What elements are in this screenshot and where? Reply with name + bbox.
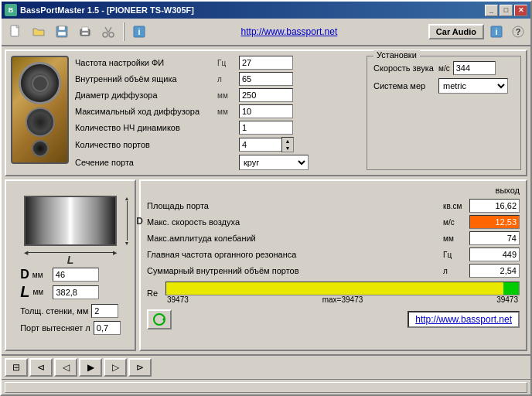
param-row-1: Внутренний объём ящика л bbox=[75, 72, 360, 86]
toolbar-sep-1 bbox=[123, 22, 124, 41]
param-label-6: Сечение порта bbox=[75, 157, 214, 168]
result-row-1: Макс. скорость воздуха м/с 12,53 bbox=[147, 215, 520, 229]
ustanovki-panel: Установки Скорость звука м/с Система мер… bbox=[367, 56, 521, 170]
re-bar-yellow bbox=[166, 282, 503, 295]
param-row-5: Количество портов ▲ ▼ bbox=[75, 137, 360, 152]
svg-point-7 bbox=[103, 32, 107, 37]
re-bar-green bbox=[503, 282, 519, 295]
param-label-4: Количество НЧ динамиков bbox=[75, 122, 214, 133]
results-bottom-bar: http://www.bassport.net bbox=[147, 309, 520, 329]
param-label-0: Частота настройки ФИ bbox=[75, 57, 214, 68]
l-row: L мм bbox=[20, 283, 121, 301]
port-displaces-input[interactable] bbox=[94, 321, 121, 335]
bottom-panel: ▲ ▼ D ◀ ▶ L D мм bbox=[5, 179, 527, 351]
port-rect bbox=[24, 196, 117, 246]
svg-point-8 bbox=[109, 32, 114, 37]
ports-input[interactable] bbox=[239, 138, 281, 152]
speed-unit: м/с bbox=[438, 64, 450, 73]
nav-btn-4[interactable]: ▷ bbox=[104, 358, 127, 377]
nav-btn-5[interactable]: ⊳ bbox=[128, 358, 152, 377]
car-audio-button[interactable]: Car Audio bbox=[428, 24, 484, 39]
svg-marker-15 bbox=[162, 317, 165, 322]
l-letter: L bbox=[20, 283, 29, 301]
result-label-3: Главная частота органного резонанса bbox=[147, 250, 440, 259]
svg-rect-6 bbox=[82, 32, 88, 35]
open-button[interactable] bbox=[28, 22, 49, 42]
print-button[interactable] bbox=[74, 22, 96, 42]
about-btn[interactable]: ? bbox=[509, 22, 527, 41]
param-input-1[interactable] bbox=[239, 72, 293, 86]
port-diagram: ▲ ▼ D ◀ ▶ L D мм bbox=[5, 179, 136, 351]
wall-label: Толщ. стенки, мм bbox=[20, 306, 88, 316]
system-select[interactable]: metric imperial bbox=[438, 78, 508, 94]
info-btn-2[interactable]: i bbox=[487, 22, 506, 41]
l-input[interactable] bbox=[53, 285, 99, 299]
system-label: Система мер bbox=[373, 81, 435, 90]
speed-row: Скорость звука м/с bbox=[373, 61, 514, 75]
refresh-button[interactable] bbox=[147, 309, 172, 329]
title-bar: B BassPortMaster 1.5 - [PIONEER TS-W305F… bbox=[2, 2, 530, 19]
param-unit-1: л bbox=[217, 75, 236, 84]
result-unit-2: мм bbox=[443, 234, 466, 243]
svg-text:i: i bbox=[495, 27, 497, 36]
diagram-container: ▲ ▼ D ◀ ▶ L bbox=[24, 196, 117, 246]
main-window: B BassPortMaster 1.5 - [PIONEER TS-W305F… bbox=[0, 0, 532, 396]
svg-rect-3 bbox=[58, 32, 66, 36]
help-button[interactable]: i bbox=[128, 22, 150, 42]
result-unit-0: кв.см bbox=[443, 202, 466, 210]
save-button[interactable] bbox=[51, 22, 73, 42]
content: Частота настройки ФИ Гц Внутренний объём… bbox=[2, 46, 530, 379]
d-dimension-line: ▲ ▼ bbox=[121, 196, 132, 246]
port-shape-select[interactable]: круг прямоугольник bbox=[239, 155, 309, 170]
result-label-1: Макс. скорость воздуха bbox=[147, 217, 440, 227]
status-bar bbox=[2, 379, 530, 394]
result-value-2: 74 bbox=[469, 231, 520, 245]
nav-btn-1[interactable]: ⊲ bbox=[29, 358, 53, 377]
app-icon: B bbox=[5, 4, 17, 16]
nav-btn-0[interactable]: ⊟ bbox=[5, 358, 28, 377]
speed-input[interactable] bbox=[453, 61, 496, 75]
spinner-down[interactable]: ▼ bbox=[282, 145, 293, 152]
param-row-4: Количество НЧ динамиков bbox=[75, 121, 360, 135]
result-row-4: Суммарный внутренний объём портов л 2,54 bbox=[147, 264, 520, 278]
svg-text:i: i bbox=[138, 27, 140, 36]
bottom-nav: ⊟ ⊲ ◁ ▶ ▷ ⊳ bbox=[2, 354, 530, 379]
minimize-button[interactable]: _ bbox=[485, 5, 498, 16]
port-displaces-label: Порт вытесняет л bbox=[20, 323, 90, 333]
param-input-0[interactable] bbox=[239, 56, 293, 70]
close-button[interactable]: ✕ bbox=[514, 5, 527, 16]
maximize-button[interactable]: □ bbox=[500, 5, 513, 16]
wall-input[interactable] bbox=[91, 304, 118, 318]
speed-label: Скорость звука bbox=[373, 63, 435, 73]
new-button[interactable] bbox=[5, 22, 26, 42]
param-row-6: Сечение порта круг прямоугольник bbox=[75, 155, 360, 170]
d-label-text: D bbox=[136, 216, 143, 227]
bottom-url[interactable]: http://www.bassport.net bbox=[408, 311, 520, 328]
param-input-2[interactable] bbox=[239, 88, 293, 102]
result-row-2: Макс.амплитуда колебаний мм 74 bbox=[147, 231, 520, 245]
param-label-2: Диаметр диффузора bbox=[75, 90, 214, 101]
re-left-value: 39473 bbox=[167, 295, 189, 304]
nav-btn-2[interactable]: ◁ bbox=[54, 358, 77, 377]
param-input-3[interactable] bbox=[239, 104, 293, 118]
l-label-text: L bbox=[67, 254, 74, 266]
svg-rect-2 bbox=[59, 26, 65, 30]
param-input-4[interactable] bbox=[239, 121, 293, 135]
toolbar: i http://www.bassport.net Car Audio i ? bbox=[2, 19, 530, 46]
result-value-1: 12,53 bbox=[469, 215, 520, 229]
cut-button[interactable] bbox=[97, 22, 119, 42]
param-row-2: Диаметр диффузора мм bbox=[75, 88, 360, 102]
svg-text:?: ? bbox=[516, 27, 521, 36]
nav-btn-3[interactable]: ▶ bbox=[79, 358, 102, 377]
d-letter: D bbox=[20, 268, 29, 282]
title-bar-left: B BassPortMaster 1.5 - [PIONEER TS-W305F… bbox=[5, 4, 194, 16]
ustanovki-legend: Установки bbox=[373, 50, 420, 60]
top-panel: Частота настройки ФИ Гц Внутренний объём… bbox=[5, 50, 527, 176]
speaker-tweeter bbox=[32, 140, 49, 157]
d-input[interactable] bbox=[53, 268, 99, 282]
toolbar-url[interactable]: http://www.bassport.net bbox=[152, 26, 427, 37]
spinner-up[interactable]: ▲ bbox=[282, 138, 293, 145]
re-bar-wrapper: 39473 max=39473 39473 bbox=[165, 282, 520, 304]
result-row-3: Главная частота органного резонанса Гц 4… bbox=[147, 248, 520, 261]
wall-row: Толщ. стенки, мм bbox=[20, 304, 121, 318]
